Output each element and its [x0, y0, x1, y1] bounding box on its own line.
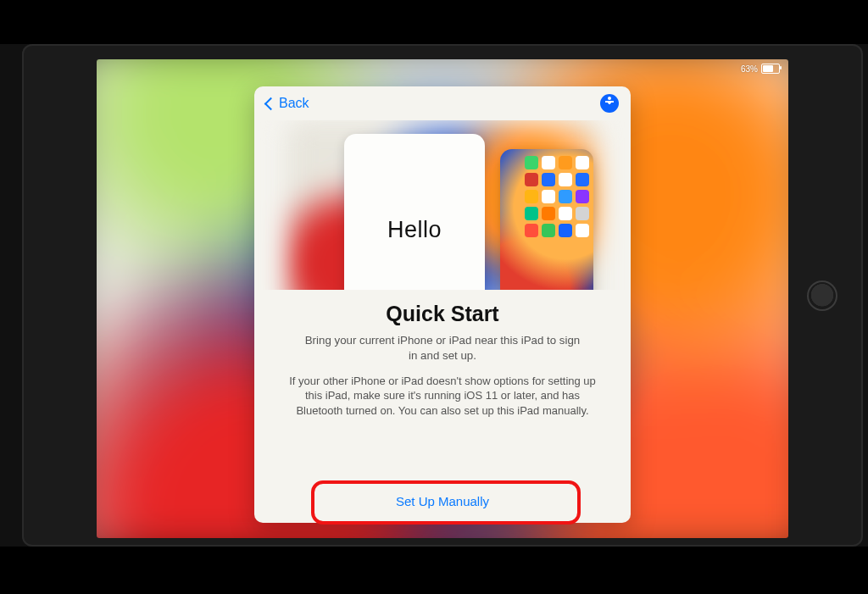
page-title: Quick Start: [386, 302, 498, 326]
app-icon: [542, 190, 555, 203]
battery-percent: 63%: [741, 64, 758, 74]
set-up-manually-button[interactable]: Set Up Manually: [396, 494, 489, 508]
app-icon: [576, 207, 589, 220]
app-icon: [542, 224, 555, 237]
intro-text: Bring your current iPhone or iPad near t…: [303, 333, 581, 364]
app-icon-grid: [525, 156, 589, 237]
battery-indicator: 63%: [741, 64, 780, 74]
app-icon: [559, 173, 572, 186]
status-bar: 63%: [97, 59, 788, 77]
app-icon: [525, 156, 538, 169]
detail-text: If your other iPhone or iPad doesn't sho…: [283, 374, 602, 419]
app-icon: [559, 207, 572, 220]
home-button[interactable]: [807, 280, 837, 311]
back-label: Back: [279, 96, 309, 111]
app-icon: [542, 207, 555, 220]
modal-content: Quick Start Bring your current iPhone or…: [254, 290, 631, 482]
app-icon: [576, 224, 589, 237]
app-icon: [559, 156, 572, 169]
app-icon: [576, 173, 589, 186]
homescreen-card: [500, 149, 593, 290]
app-icon: [559, 190, 572, 203]
app-icon: [542, 156, 555, 169]
chevron-left-icon: [264, 97, 278, 110]
app-icon: [525, 190, 538, 203]
modal-footer: Set Up Manually: [254, 482, 631, 523]
hello-text: Hello: [387, 217, 442, 290]
app-icon: [576, 190, 589, 203]
modal-header: Back: [254, 86, 631, 120]
back-button[interactable]: Back: [266, 96, 309, 111]
app-icon: [576, 156, 589, 169]
app-icon: [525, 224, 538, 237]
ipad-bezel: 63% Back Hello: [22, 44, 863, 547]
app-icon: [559, 224, 572, 237]
app-icon: [542, 173, 555, 186]
quick-start-modal: Back Hello Quick Start Bring your curren: [254, 86, 631, 523]
app-icon: [525, 173, 538, 186]
photo-frame: 63% Back Hello: [0, 44, 868, 547]
accessibility-icon[interactable]: [600, 94, 619, 113]
hero-illustration: Hello: [254, 120, 631, 290]
ipad-screen: 63% Back Hello: [97, 59, 788, 538]
app-icon: [525, 207, 538, 220]
hello-card: Hello: [344, 134, 485, 290]
